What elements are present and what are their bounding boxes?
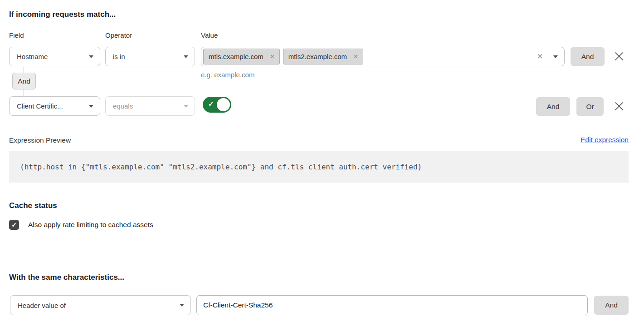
value-tag-text: mtls.example.com bbox=[209, 53, 263, 60]
connector-line bbox=[24, 89, 24, 96]
chevron-down-icon bbox=[553, 55, 558, 58]
operator-select-row1[interactable]: is in bbox=[105, 47, 195, 66]
cache-status-title: Cache status bbox=[9, 201, 57, 210]
delete-row1-icon[interactable] bbox=[613, 50, 625, 63]
field-select-row1[interactable]: Hostname bbox=[9, 47, 100, 66]
expression-preview-label: Expression Preview bbox=[9, 136, 71, 144]
delete-row2-icon[interactable] bbox=[613, 100, 625, 113]
cached-assets-checkbox-label[interactable]: Also apply rate limiting to cached asset… bbox=[28, 221, 153, 229]
toggle-knob bbox=[217, 98, 230, 111]
add-characteristic-button[interactable]: And bbox=[594, 296, 629, 315]
chevron-down-icon bbox=[89, 105, 93, 108]
add-and-condition-button-row2[interactable]: And bbox=[536, 97, 570, 116]
expression-code: (http.host in {"mtls.example.com" "mtls2… bbox=[20, 163, 422, 171]
field-column-label: Field bbox=[9, 31, 24, 39]
value-multiselect-row1[interactable]: mtls.example.com ✕ mtls2.example.com ✕ ✕ bbox=[201, 47, 565, 66]
value-tag: mtls.example.com ✕ bbox=[203, 49, 280, 64]
chevron-down-icon bbox=[184, 105, 188, 108]
characteristic-select-value: Header value of bbox=[18, 302, 175, 309]
header-name-input[interactable] bbox=[196, 295, 588, 315]
connector-and-chip[interactable]: And bbox=[12, 73, 36, 89]
clear-all-icon[interactable]: ✕ bbox=[537, 53, 543, 60]
characteristic-select[interactable]: Header value of bbox=[10, 295, 191, 315]
value-helper-text: e.g. example.com bbox=[201, 71, 254, 79]
chevron-down-icon bbox=[89, 55, 93, 58]
tag-remove-icon[interactable]: ✕ bbox=[353, 54, 358, 59]
field-select-row2[interactable]: Client Certific... bbox=[9, 96, 100, 116]
operator-select-row2-disabled: equals bbox=[105, 96, 195, 116]
add-and-condition-button-row1[interactable]: And bbox=[571, 47, 605, 66]
value-column-label: Value bbox=[201, 31, 218, 39]
expression-code-block: (http.host in {"mtls.example.com" "mtls2… bbox=[9, 151, 629, 183]
section-divider bbox=[9, 250, 629, 250]
match-section-title: If incoming requests match... bbox=[9, 10, 116, 19]
close-icon bbox=[614, 51, 624, 61]
cert-verified-toggle[interactable]: ✓ bbox=[203, 97, 231, 113]
field-select-row2-value: Client Certific... bbox=[17, 102, 84, 110]
operator-column-label: Operator bbox=[105, 31, 132, 39]
cached-assets-checkbox[interactable]: ✓ bbox=[9, 220, 19, 230]
operator-select-row1-value: is in bbox=[113, 53, 179, 60]
checkbox-check-icon: ✓ bbox=[11, 221, 17, 228]
connector-line bbox=[24, 67, 24, 73]
operator-select-row2-value: equals bbox=[113, 102, 179, 110]
toggle-check-icon: ✓ bbox=[208, 100, 214, 108]
value-tag: mtls2.example.com ✕ bbox=[283, 49, 363, 64]
tag-remove-icon[interactable]: ✕ bbox=[270, 54, 275, 59]
add-or-condition-button-row2[interactable]: Or bbox=[576, 97, 604, 116]
field-select-row1-value: Hostname bbox=[17, 53, 84, 60]
edit-expression-link[interactable]: Edit expression bbox=[581, 136, 629, 144]
value-tag-text: mtls2.example.com bbox=[288, 53, 347, 60]
close-icon bbox=[614, 101, 624, 111]
chevron-down-icon bbox=[180, 304, 184, 307]
characteristics-section-title: With the same characteristics... bbox=[9, 273, 124, 282]
chevron-down-icon bbox=[184, 55, 188, 58]
